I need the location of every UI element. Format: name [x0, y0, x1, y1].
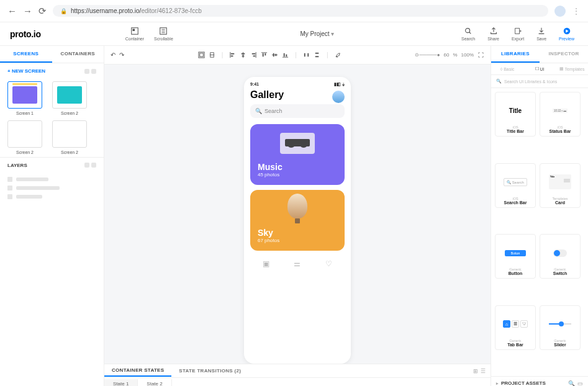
- phone-status-bar: 9:41▮◧ ⏚: [250, 82, 345, 87]
- tab-state-transitions[interactable]: STATE TRANSITIONS (2): [171, 366, 248, 376]
- lock-icon: 🔒: [60, 8, 67, 14]
- tab-libraries[interactable]: LIBRARIES: [491, 46, 540, 63]
- reload-icon[interactable]: ⟳: [38, 6, 47, 17]
- distribute-h-icon[interactable]: [303, 52, 310, 58]
- list-view-icon[interactable]: ☰: [481, 368, 486, 374]
- paint-icon[interactable]: [335, 52, 341, 58]
- new-screen-button[interactable]: + NEW SCREEN: [0, 63, 104, 79]
- library-search[interactable]: 🔍 Search UI Libraries & Icons: [491, 75, 588, 88]
- group-icon[interactable]: [198, 52, 205, 58]
- svg-rect-22: [253, 55, 256, 56]
- align-bottom-icon[interactable]: [282, 52, 289, 58]
- export-button[interactable]: Export: [508, 27, 528, 41]
- component-status-bar[interactable]: 10:22 ▪ ▬iOSStatus Bar: [540, 92, 581, 137]
- zoom-value: 60: [444, 52, 450, 58]
- undo-icon[interactable]: ↶: [111, 52, 115, 58]
- tab-inspector[interactable]: INSPECTOR: [540, 46, 588, 63]
- svg-rect-15: [231, 53, 235, 55]
- phone-search-field[interactable]: 🔍 Search: [250, 104, 345, 118]
- grid-view-icon[interactable]: ⊞: [473, 368, 478, 374]
- align-middle-icon[interactable]: [271, 52, 278, 58]
- distribute-v-icon[interactable]: [314, 52, 320, 58]
- gallery-card-music[interactable]: Music 45 photos: [250, 124, 345, 185]
- canvas[interactable]: 9:41▮◧ ⏚ Gallery 🔍 Search Music 45 photo…: [104, 65, 491, 364]
- folder-icon[interactable]: ▣: [263, 259, 269, 268]
- tab-screens[interactable]: SCREENS: [0, 46, 52, 63]
- fullscreen-icon[interactable]: [477, 52, 484, 58]
- project-assets-header[interactable]: ▸ PROJECT ASSETS 🔍 ▭: [491, 376, 588, 386]
- component-tab-bar[interactable]: ⌂☰♡GenericTab Bar: [495, 305, 536, 350]
- align-center-h-icon[interactable]: [240, 52, 247, 58]
- align-left-icon[interactable]: [229, 52, 236, 58]
- layers-list: [0, 173, 104, 203]
- user-avatar[interactable]: [332, 91, 345, 103]
- screen-thumb[interactable]: Screen 2: [5, 120, 45, 155]
- svg-rect-19: [242, 55, 245, 56]
- phone-tab-bar[interactable]: ▣ ⚌ ♡: [250, 256, 345, 268]
- screen-thumb[interactable]: Screen 1: [5, 81, 45, 115]
- svg-rect-18: [242, 53, 245, 55]
- component-card[interactable]: TitleTemplatesCard: [540, 163, 581, 208]
- signal-icon: ▮◧ ⏚: [334, 82, 345, 87]
- profile-avatar[interactable]: [554, 6, 566, 17]
- subtab-templates[interactable]: ▦Templates: [556, 63, 588, 74]
- forward-icon[interactable]: →: [23, 6, 32, 16]
- share-button[interactable]: Share: [484, 27, 503, 41]
- component-switch[interactable]: GenericSwitch: [540, 234, 581, 279]
- sliders-icon[interactable]: ⚌: [294, 259, 301, 268]
- logo: proto.io: [10, 29, 41, 39]
- redo-icon[interactable]: ↷: [119, 52, 124, 58]
- svg-rect-16: [231, 55, 233, 56]
- heart-icon[interactable]: ♡: [325, 259, 332, 268]
- svg-rect-30: [284, 53, 285, 57]
- search-button[interactable]: Search: [458, 27, 479, 41]
- browser-chrome: ← → ⟳ 🔒 https://username.proto.io/editor…: [0, 0, 588, 22]
- subtab-basic[interactable]: ◊Basic: [491, 63, 523, 74]
- state-tab[interactable]: State 1: [104, 379, 138, 386]
- svg-rect-28: [276, 54, 277, 56]
- svg-rect-35: [315, 56, 319, 57]
- canvas-panel: ↶ ↷ | | |: [104, 46, 491, 386]
- search-icon: 🔍: [255, 108, 262, 114]
- back-icon[interactable]: ←: [7, 6, 17, 16]
- svg-point-36: [335, 56, 337, 57]
- component-title-bar[interactable]: TitleiOSTitle Bar: [495, 92, 536, 137]
- project-title[interactable]: My Project ▾: [177, 30, 458, 37]
- search-icon[interactable]: 🔍: [568, 380, 575, 387]
- zoom-slider[interactable]: ⊝─────●: [415, 52, 440, 58]
- upload-icon[interactable]: ▭: [577, 380, 583, 387]
- tab-containers[interactable]: CONTAINERS: [52, 46, 104, 63]
- svg-rect-25: [265, 53, 266, 56]
- screen-thumb[interactable]: Screen 2: [50, 81, 89, 115]
- align-right-icon[interactable]: [250, 52, 257, 58]
- screen-thumb[interactable]: Screen 2: [50, 120, 89, 155]
- scrollable-tool[interactable]: Scrollable: [150, 27, 177, 41]
- layers-header[interactable]: LAYERS: [0, 157, 104, 173]
- subtab-ui[interactable]: ☐UI: [523, 63, 556, 74]
- svg-rect-1: [132, 29, 135, 32]
- balloon-icon: [287, 194, 307, 218]
- app-topbar: proto.io Container Scrollable My Project…: [0, 22, 588, 46]
- svg-rect-33: [307, 53, 309, 57]
- search-icon: 🔍: [496, 79, 502, 84]
- phone-mockup[interactable]: 9:41▮◧ ⏚ Gallery 🔍 Search Music 45 photo…: [244, 77, 351, 364]
- zoom-100-button[interactable]: 100%: [461, 52, 474, 58]
- align-top-icon[interactable]: [261, 52, 268, 58]
- align-icon[interactable]: [209, 52, 215, 58]
- component-button[interactable]: ButtonGenericButton: [495, 234, 536, 279]
- component-slider[interactable]: GenericSlider: [540, 305, 581, 350]
- container-tool[interactable]: Container: [122, 27, 148, 41]
- preview-button[interactable]: Preview: [555, 27, 578, 41]
- component-search-bar[interactable]: 🔍 SearchiOSSearch Bar: [495, 163, 536, 208]
- more-icon[interactable]: ⋮: [572, 6, 581, 16]
- url-bar[interactable]: 🔒 https://username.proto.io/editor/4612-…: [53, 5, 548, 17]
- svg-rect-32: [304, 53, 305, 57]
- tab-container-states[interactable]: CONTAINER STATES: [104, 365, 171, 377]
- svg-point-6: [466, 29, 470, 33]
- save-button[interactable]: Save: [533, 27, 550, 41]
- svg-rect-21: [252, 53, 256, 55]
- state-tab[interactable]: State 2: [138, 379, 171, 386]
- gallery-card-sky[interactable]: Sky 67 photos: [250, 190, 345, 251]
- chevron-right-icon: ▸: [496, 381, 499, 386]
- svg-rect-31: [286, 55, 287, 57]
